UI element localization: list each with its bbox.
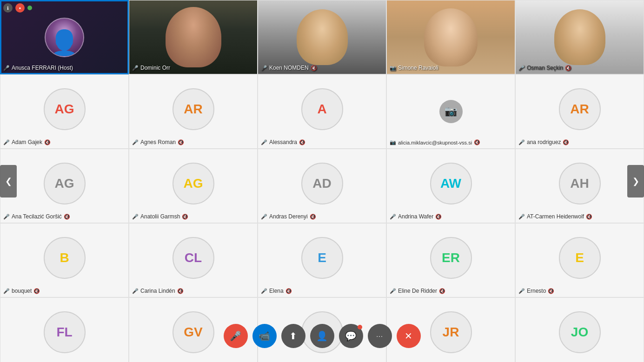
participant-name-elena: 🎤 Elena 🔇 [261, 288, 292, 294]
participant-cell-john[interactable]: JO 🎤 John O'Connor [515, 297, 644, 362]
mic-icon-ana-rodriguez: 🎤 [518, 139, 525, 145]
avatar-andrina: AW [430, 163, 472, 204]
participant-cell-ana-rodriguez[interactable]: AR 🎤 ana rodriguez 🔇 [515, 74, 644, 149]
participant-cell-osman[interactable]: 🎤 Osman Seçkin 🔇 [515, 0, 644, 74]
participant-name-agnes: 🎤 Agnes Roman 🔇 [132, 139, 184, 145]
avatar-ernesto: E [559, 237, 601, 279]
participant-cell-eline[interactable]: ER 🎤 Eline De Ridder 🔇 [386, 223, 515, 297]
avatar-alessandra: A [301, 88, 343, 130]
participant-name-alessandra: 🎤 Alessandra 🔇 [261, 139, 305, 145]
participant-cell-ana-teci[interactable]: AG 🎤 Ana Tecilazić Goršić 🔇 [0, 149, 129, 223]
share-icon: ⬆ [289, 330, 297, 342]
avatar-gro: GV [173, 311, 214, 353]
recording-icon: ● [15, 3, 25, 13]
mic-icon-carina: 🎤 [132, 288, 139, 294]
participant-cell-adam[interactable]: AG 🎤 Adam Gajek 🔇 [0, 74, 129, 149]
participant-name-bouquet: 🎤 bouquet 🔇 [3, 288, 40, 294]
avatar-ana-rodriguez: AR [559, 88, 601, 130]
mic-icon-osman: 🎤 [518, 65, 525, 71]
muted-icon-bouquet: 🔇 [33, 288, 40, 294]
nav-arrow-left[interactable]: ❮ [0, 165, 17, 197]
avatar-anatolii: AG [173, 163, 214, 204]
avatar-ana-teci: AG [44, 163, 86, 204]
mic-icon-at-carmen: 🎤 [518, 214, 525, 220]
mute-icon: 🎤 [230, 330, 241, 342]
mic-icon-anusca: 🎤 [3, 65, 10, 71]
participant-cell-andrina[interactable]: AW 🎤 Andrina Wafer 🔇 [386, 149, 515, 223]
muted-icon-adam: 🔇 [44, 139, 51, 145]
chat-button[interactable]: 💬 [339, 324, 363, 348]
mic-icon-andras: 🎤 [261, 214, 267, 220]
participant-name-adam: 🎤 Adam Gajek 🔇 [3, 139, 51, 145]
participant-cell-anatolii[interactable]: AG 🎤 Anatolii Garmsh 🔇 [129, 149, 258, 223]
participant-cell-elena[interactable]: E 🎤 Elena 🔇 [258, 223, 386, 297]
people-button[interactable]: 👤 [310, 324, 334, 348]
status-dot [27, 6, 32, 10]
mic-icon-alessandra: 🎤 [261, 139, 267, 145]
muted-icon-agnes: 🔇 [178, 139, 184, 145]
participant-name-simone: 📷 Simone Ravaioli [390, 65, 438, 71]
avatar-john: JO [559, 311, 601, 353]
participant-cell-francesco[interactable]: FL 🎤 Francesco Losappio [0, 297, 129, 362]
avatar-carina: CL [173, 237, 214, 279]
participant-name-at-carmen: 🎤 AT-Carmen Heidenwolf 🔇 [518, 213, 592, 220]
more-icon: ··· [376, 332, 383, 340]
participant-name-alicia: 📷 alicia.miklavcic@skupnost-vss.si 🔇 [390, 139, 480, 145]
participant-name-ana-teci: 🎤 Ana Tecilazić Goršić 🔇 [3, 213, 70, 220]
info-icon: ℹ [3, 3, 13, 13]
avatar-eline: ER [430, 237, 472, 279]
participant-name-osman: 🎤 Osman Seçkin 🔇 [518, 65, 571, 71]
participant-name-anatolii: 🎤 Anatolii Garmsh 🔇 [132, 213, 188, 220]
avatar-jean: JR [430, 311, 472, 353]
muted-icon-at-carmen: 🔇 [586, 214, 592, 220]
chat-badge [358, 325, 362, 329]
mic-icon-agnes: 🎤 [132, 139, 139, 145]
participant-cell-ernesto[interactable]: E 🎤 Ernesto 🔇 [515, 223, 644, 297]
mute-button[interactable]: 🎤 [224, 324, 248, 348]
muted-icon-carina: 🔇 [177, 288, 184, 294]
camera-icon-alicia2: 📷 [390, 139, 396, 145]
mic-icon-bouquet: 🎤 [3, 288, 10, 294]
control-bar: 🎤 📹 ⬆ 👤 💬 ··· ✕ [224, 324, 421, 348]
muted-icon-anatolii: 🔇 [182, 214, 188, 220]
avatar-adam: AG [44, 88, 86, 130]
mic-icon-ana-teci: 🎤 [3, 214, 10, 220]
video-button[interactable]: 📹 [252, 324, 277, 348]
participant-cell-bouquet[interactable]: B 🎤 bouquet 🔇 [0, 223, 129, 297]
participant-cell-at-carmen[interactable]: AH 🎤 AT-Carmen Heidenwolf 🔇 [515, 149, 644, 223]
muted-icon-ernesto: 🔇 [548, 288, 554, 294]
participant-name-anusca: 🎤 Anusca FERRARI (Host) [3, 65, 73, 71]
participant-cell-carina[interactable]: CL 🎤 Carina Lindén 🔇 [129, 223, 258, 297]
avatar-agnes: AR [173, 88, 214, 130]
participant-cell-koen[interactable]: 🎤 Koen NOMDEN 🔇 [258, 0, 386, 74]
camera-icon-alicia: 📷 [445, 105, 457, 118]
participant-cell-andras[interactable]: AD 🎤 Andras Derenyi 🔇 [258, 149, 386, 223]
muted-icon-ana-teci: 🔇 [64, 214, 70, 220]
muted-icon-osman: 🔇 [565, 65, 571, 71]
participant-name-andras: 🎤 Andras Derenyi 🔇 [261, 213, 316, 220]
participant-name-koen: 🎤 Koen NOMDEN 🔇 [261, 65, 317, 71]
avatar-elena: E [301, 237, 343, 279]
end-call-button[interactable]: ✕ [397, 324, 421, 348]
avatar-at-carmen: AH [559, 163, 601, 204]
participant-cell-simone[interactable]: 📷 Simone Ravaioli [386, 0, 515, 74]
mic-icon-dominic: 🎤 [132, 65, 139, 71]
avatar-andras: AD [301, 163, 343, 204]
mic-icon-eline: 🎤 [390, 288, 396, 294]
more-button[interactable]: ··· [368, 324, 392, 348]
participant-cell-dominic[interactable]: 🎤 Dominic Orr [129, 0, 258, 74]
avatar-francesco: FL [44, 311, 86, 353]
participant-cell-agnes[interactable]: AR 🎤 Agnes Roman 🔇 [129, 74, 258, 149]
mic-icon-adam: 🎤 [3, 139, 10, 145]
participant-name-andrina: 🎤 Andrina Wafer 🔇 [390, 213, 442, 220]
participant-cell-anusca[interactable]: 👤 ℹ ● 🎤 Anusca FERRARI (Host) [0, 0, 129, 74]
participant-name-eline: 🎤 Eline De Ridder 🔇 [390, 288, 445, 294]
avatar-alicia: 📷 [439, 100, 463, 123]
mic-icon-elena: 🎤 [261, 288, 267, 294]
participant-cell-alicia[interactable]: 📷 📷 alicia.miklavcic@skupnost-vss.si 🔇 [386, 74, 515, 149]
share-button[interactable]: ⬆ [281, 324, 305, 348]
participant-cell-alessandra[interactable]: A 🎤 Alessandra 🔇 [258, 74, 386, 149]
nav-arrow-right[interactable]: ❯ [627, 165, 644, 197]
muted-icon-andrina: 🔇 [435, 214, 442, 220]
muted-icon-alicia: 🔇 [474, 139, 480, 145]
